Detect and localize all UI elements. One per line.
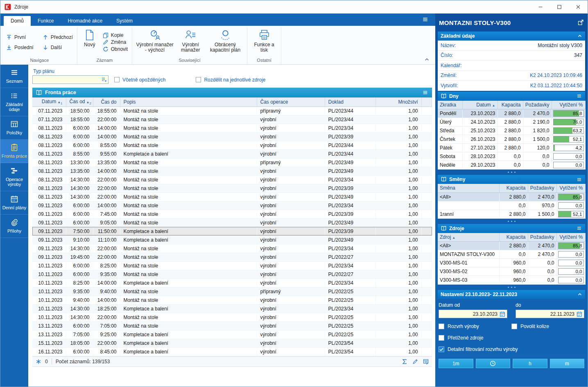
- work-queue-row[interactable]: 08.11.20236:00:0014:00:00Montáž na stole…: [32, 132, 432, 141]
- days-menu-icon[interactable]: [576, 93, 582, 99]
- work-queue-row[interactable]: 09.11.20236:00:009:05:00Montáž na stolev…: [32, 218, 432, 227]
- table-row[interactable]: Středa25.10.20232 880,01 820,063,2: [438, 127, 585, 135]
- close-button[interactable]: [569, 0, 588, 13]
- change-button[interactable]: Změna: [102, 39, 129, 45]
- column-header-datum[interactable]: Datum▲: [462, 101, 498, 109]
- shifts-menu-icon[interactable]: [576, 177, 582, 182]
- sidebar-item-z-kladn-daje[interactable]: Základní údaje: [0, 88, 28, 116]
- table-row[interactable]: Sobota28.10.20230,00,00,0: [438, 152, 585, 161]
- table-row[interactable]: Pondělí23.10.20232 880,02 470,085,8: [438, 109, 585, 118]
- table-row[interactable]: 1ranní2 880,01 500,052,1: [438, 210, 585, 218]
- calendar-icon[interactable]: [500, 311, 505, 317]
- split-resources-checkbox[interactable]: Rozdělit na jednotlivé zdroje: [196, 77, 265, 83]
- collapse-icon[interactable]: [577, 292, 582, 297]
- table-row[interactable]: V300-MS-03960,00,00,0: [438, 276, 585, 285]
- production-manager-default-button[interactable]: Výrobní manažer - výchozí: [135, 27, 174, 57]
- open-in-window-icon[interactable]: [577, 19, 584, 26]
- work-queue-row[interactable]: 08.11.202314:30:0022:00:00Montáž na stol…: [32, 192, 432, 201]
- column-header-po-adavky[interactable]: Požadavky: [528, 184, 556, 192]
- work-queue-row[interactable]: 08.11.202314:30:0022:00:00Montáž na stol…: [32, 184, 432, 192]
- work-queue-row[interactable]: 08.11.202313:35:0014:00:00Montáž na stol…: [32, 167, 432, 175]
- column-header-po-adavky[interactable]: Požadavky: [528, 233, 556, 242]
- tab-syst-m[interactable]: Systém: [109, 16, 140, 26]
- copy-button[interactable]: Kopie: [102, 32, 129, 38]
- days-section-header[interactable]: Dny: [438, 92, 585, 101]
- checkbox-rozvrh-v-roby[interactable]: Rozvrh výroby: [439, 324, 511, 329]
- work-queue-row[interactable]: 10.11.202314:30:0018:25:00Kompletace a b…: [32, 304, 432, 313]
- date-from-input[interactable]: 23.10.2023: [439, 310, 507, 318]
- work-queue-row[interactable]: 13.11.20236:00:007:05:00Montáž na stolev…: [32, 321, 432, 330]
- tab-hromadn-akce[interactable]: Hromadné akce: [61, 16, 109, 26]
- work-queue-row[interactable]: 08.11.20236:00:0014:00:00Montáž na stole…: [32, 124, 432, 132]
- dropdown-icon[interactable]: [101, 77, 107, 82]
- sum-icon[interactable]: [402, 359, 407, 364]
- tab-dom[interactable]: Domů: [4, 16, 31, 26]
- work-queue-row[interactable]: 16.11.20236:00:008:45:00Kompletace a bal…: [32, 347, 432, 356]
- column-header-kapacita[interactable]: Kapacita: [499, 233, 528, 242]
- column-header-datum[interactable]: Datum▲1: [32, 97, 66, 106]
- maximize-button[interactable]: [550, 0, 569, 13]
- column-header-zdroj[interactable]: Zdroj▲: [438, 233, 499, 242]
- date-to-input[interactable]: 22.11.2023: [516, 310, 584, 318]
- collapse-icon[interactable]: [577, 34, 582, 38]
- column-header-vyt-en[interactable]: Vytížení %: [552, 101, 585, 109]
- work-queue-row[interactable]: 08.11.20236:00:008:55:00Montáž na stolev…: [32, 141, 432, 149]
- column-header-kapacita[interactable]: Kapacita: [499, 184, 528, 192]
- scale-m-button[interactable]: m: [550, 359, 585, 368]
- column-header-as-od[interactable]: Čas od▲2: [66, 97, 93, 106]
- include-delayed-checkbox[interactable]: Včetně opožděných: [114, 77, 165, 83]
- column-header-sm-na[interactable]: Směna: [438, 184, 499, 192]
- scale-1m-button[interactable]: 1m: [439, 359, 473, 368]
- column-header-zkratka[interactable]: Zkratka: [438, 101, 462, 109]
- sidebar-item-polo-ky[interactable]: Položky: [0, 116, 28, 140]
- sidebar-item-fronta-pr-ce[interactable]: Fronta práce: [0, 140, 28, 163]
- functions-print-button[interactable]: Funkce a tisk: [250, 27, 278, 57]
- table-row[interactable]: Čtvrtek26.10.20232 880,01 500,052,1: [438, 135, 585, 144]
- table-row[interactable]: 0,0970,00,0: [438, 201, 585, 210]
- resources-menu-icon[interactable]: [576, 226, 582, 231]
- column-header-as-operace[interactable]: Čas operace: [257, 97, 325, 106]
- table-row[interactable]: V300-MS-02960,00,00,0: [438, 267, 585, 276]
- checkbox-detailn-filtrov-n-rozvrhu-v-roby[interactable]: Detailní filtrování rozvrhu výroby: [439, 346, 584, 352]
- column-header-vyt-en[interactable]: Vytížení %: [556, 184, 585, 192]
- jobs-indicator-icon[interactable]: [36, 359, 41, 364]
- work-queue-row[interactable]: 07.11.202318:55:0022:00:00Montáž na stol…: [32, 115, 432, 124]
- production-manager-button[interactable]: Výrobní manažer: [174, 27, 206, 57]
- resources-section-header[interactable]: Zdroje: [438, 224, 585, 233]
- table-row[interactable]: <All>2 880,02 470,085,8: [438, 192, 585, 201]
- work-queue-row[interactable]: 09.11.202314:30:0022:00:00Montáž na stol…: [32, 244, 432, 253]
- sidebar-item-operace-v-roby[interactable]: Operace výroby: [0, 163, 28, 191]
- column-header-po-adavky[interactable]: Požadavky: [523, 101, 552, 109]
- work-queue-row[interactable]: 09.11.202319:45:0022:00:00Montáž na stol…: [32, 253, 432, 261]
- last-button[interactable]: Poslední: [5, 42, 35, 52]
- table-edit-icon[interactable]: [423, 359, 429, 364]
- work-queue-row[interactable]: 10.11.20236:00:008:25:00Montáž na stolev…: [32, 261, 432, 270]
- sidebar-item-seznam[interactable]: Seznam: [0, 65, 28, 88]
- settings-section-header[interactable]: Nastavení 23.10.2023- 22.11.2023: [438, 290, 585, 299]
- checkbox-p-et-en-zdroje[interactable]: Přetížené zdroje: [439, 335, 511, 341]
- previous-button[interactable]: Předchozí: [41, 32, 74, 42]
- table-row[interactable]: Pátek27.10.20232 880,0120,04,2: [438, 144, 585, 152]
- work-queue-row[interactable]: 09.11.20237:50:0011:50:00Kompletace a ba…: [32, 227, 432, 235]
- next-button[interactable]: Další: [41, 42, 74, 52]
- table-row[interactable]: Neděle29.10.20230,00,00,0: [438, 161, 585, 170]
- table-row[interactable]: Úterý24.10.20232 880,02 190,076,0: [438, 118, 585, 127]
- plan-type-combo[interactable]: [32, 75, 109, 84]
- basic-section-header[interactable]: Základní údaje: [438, 32, 585, 41]
- tab-funkce[interactable]: Funkce: [31, 16, 61, 26]
- first-button[interactable]: První: [5, 32, 35, 42]
- ribbon-menu-icon[interactable]: [422, 16, 429, 23]
- column-header-popis[interactable]: Popis: [120, 97, 257, 106]
- work-queue-row[interactable]: 09.11.20239:10:0011:10:00Kompletace a ba…: [32, 235, 432, 244]
- table-row[interactable]: V300-MS-01960,00,00,0: [438, 259, 585, 267]
- edit-record-icon[interactable]: [412, 359, 418, 364]
- scale-clock-button[interactable]: [476, 359, 511, 368]
- splitter-grip[interactable]: [438, 170, 585, 175]
- new-button[interactable]: Nový: [80, 27, 99, 57]
- table-row[interactable]: <All>2 880,02 470,085,8: [438, 242, 585, 250]
- work-queue-row[interactable]: 13.11.20237:05:009:25:00Kompletace a bal…: [32, 330, 432, 339]
- checkbox-povolit-kolize[interactable]: Povolit kolize: [511, 324, 584, 329]
- column-header-vyt-en[interactable]: Vytížení %: [556, 233, 585, 242]
- work-queue-row[interactable]: 09.11.20236:00:007:45:00Montáž na stolev…: [32, 210, 432, 218]
- work-queue-menu-icon[interactable]: [422, 90, 429, 95]
